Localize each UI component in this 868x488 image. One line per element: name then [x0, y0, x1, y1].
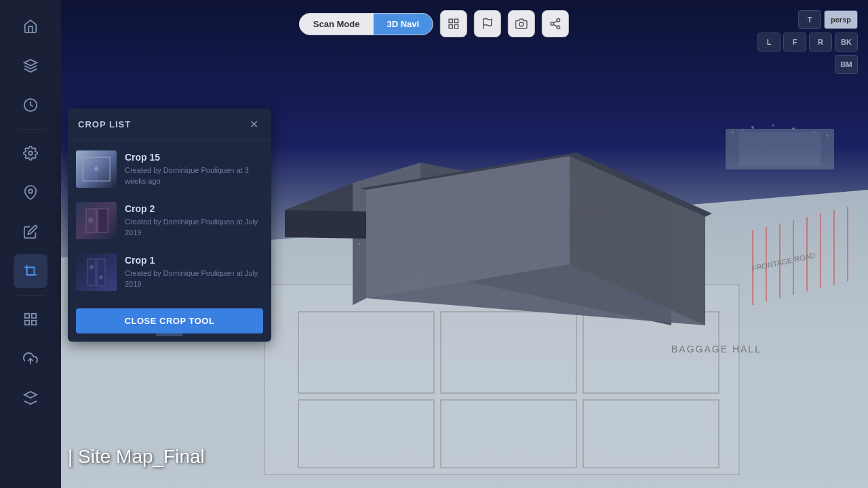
- crop-15-info: Crop 15 Created by Dominique Pouliquen a…: [125, 152, 263, 186]
- top-toolbar: Scan Mode 3D Navi: [299, 10, 569, 37]
- svg-point-19: [288, 267, 289, 268]
- svg-point-20: [298, 260, 300, 262]
- persp-view-button[interactable]: persp: [824, 10, 858, 29]
- svg-line-74: [554, 21, 557, 23]
- crop-1-info: Crop 1 Created by Dominique Pouliquen at…: [125, 255, 263, 289]
- back-view-button[interactable]: BK: [835, 33, 858, 52]
- sidebar-item-settings[interactable]: [14, 136, 47, 170]
- svg-rect-81: [87, 259, 96, 285]
- sidebar-item-history[interactable]: [14, 88, 47, 122]
- svg-point-56: [28, 189, 33, 193]
- front-view-button[interactable]: F: [783, 33, 806, 52]
- svg-rect-57: [27, 268, 35, 275]
- site-name: | Site Map_Final: [68, 446, 205, 468]
- crop-list-item[interactable]: Crop 2 Created by Dominique Pouliquen at…: [68, 195, 271, 247]
- crop-panel-close-button[interactable]: ✕: [246, 117, 261, 131]
- camera-button[interactable]: [508, 10, 535, 37]
- sidebar-item-crop[interactable]: [14, 254, 47, 288]
- svg-rect-65: [455, 19, 458, 22]
- svg-rect-61: [32, 321, 36, 325]
- svg-point-28: [711, 230, 713, 232]
- svg-text:BAGGAGE HALL: BAGGAGE HALL: [671, 344, 762, 354]
- crop-thumbnail-1: [76, 253, 117, 291]
- svg-point-70: [557, 19, 560, 22]
- svg-point-26: [345, 247, 347, 248]
- top-view-button[interactable]: T: [798, 10, 821, 29]
- svg-point-27: [359, 243, 360, 245]
- sidebar-item-edit[interactable]: [14, 215, 47, 249]
- view-controls-top-row: T persp: [798, 10, 858, 29]
- svg-line-73: [554, 24, 557, 26]
- navi-mode-button[interactable]: 3D Navi: [373, 14, 433, 35]
- svg-point-46: [731, 131, 734, 134]
- share-button[interactable]: [542, 10, 569, 37]
- svg-rect-45: [739, 132, 821, 166]
- sidebar: [0, 0, 61, 488]
- svg-point-52: [826, 134, 829, 137]
- svg-rect-59: [32, 314, 36, 318]
- svg-point-51: [813, 131, 815, 134]
- sidebar-item-upload[interactable]: [14, 342, 47, 375]
- crop-1-name: Crop 1: [125, 255, 263, 266]
- sidebar-divider-2: [17, 295, 44, 296]
- crop-list-item[interactable]: Crop 15 Created by Dominique Pouliquen a…: [68, 144, 271, 195]
- svg-point-47: [742, 129, 744, 131]
- svg-point-31: [718, 250, 719, 251]
- svg-point-25: [332, 250, 334, 252]
- crop-panel-header: CROP LIST ✕: [68, 108, 271, 140]
- svg-point-71: [551, 22, 554, 26]
- svg-point-29: [722, 237, 723, 238]
- svg-point-33: [738, 240, 741, 242]
- svg-point-50: [792, 127, 795, 130]
- view-controls: T persp L F R BK BM: [757, 10, 858, 74]
- crop-list: Crop 15 Created by Dominique Pouliquen a…: [68, 140, 271, 302]
- mode-toggle[interactable]: Scan Mode 3D Navi: [299, 13, 433, 35]
- svg-point-32: [732, 233, 733, 235]
- left-view-button[interactable]: L: [757, 33, 781, 52]
- svg-point-30: [728, 243, 730, 245]
- sidebar-item-layers[interactable]: [14, 49, 47, 83]
- crop-2-meta: Created by Dominique Pouliquen at July 2…: [125, 217, 263, 238]
- crop-list-item[interactable]: Crop 1 Created by Dominique Pouliquen at…: [68, 247, 271, 298]
- svg-rect-60: [25, 321, 29, 325]
- view-controls-middle-row: L F R BK: [757, 33, 858, 52]
- svg-rect-79: [98, 209, 108, 232]
- svg-point-72: [557, 26, 560, 29]
- svg-point-48: [751, 126, 754, 129]
- close-crop-tool-button[interactable]: CLOSE CROP TOOL: [76, 308, 263, 333]
- svg-point-22: [311, 253, 313, 255]
- svg-point-80: [88, 218, 94, 223]
- svg-point-49: [772, 125, 774, 127]
- svg-rect-64: [449, 19, 452, 22]
- crop-2-name: Crop 2: [125, 203, 263, 214]
- svg-point-83: [90, 265, 94, 269]
- sidebar-item-home[interactable]: [14, 9, 47, 43]
- right-view-button[interactable]: R: [809, 33, 832, 52]
- scroll-indicator: [156, 333, 183, 336]
- svg-point-77: [94, 167, 98, 171]
- svg-rect-66: [449, 25, 452, 28]
- crop-panel-title: CROP LIST: [78, 119, 131, 129]
- crop-2-info: Crop 2 Created by Dominique Pouliquen at…: [125, 203, 263, 238]
- crop-panel: CROP LIST ✕ Crop 15 Created by Dominique…: [68, 108, 271, 342]
- svg-point-69: [519, 22, 524, 26]
- svg-rect-67: [455, 25, 458, 28]
- grid-view-button[interactable]: [440, 10, 467, 37]
- svg-marker-63: [24, 392, 37, 398]
- bottom-view-button[interactable]: BM: [835, 55, 858, 74]
- flag-button[interactable]: [474, 10, 501, 37]
- svg-point-55: [28, 151, 33, 155]
- crop-1-meta: Created by Dominique Pouliquen at July 2…: [125, 268, 263, 289]
- crop-thumbnail-15: [76, 150, 117, 188]
- scan-mode-button[interactable]: Scan Mode: [300, 14, 374, 35]
- svg-point-18: [277, 264, 279, 266]
- sidebar-divider-1: [17, 129, 44, 129]
- sidebar-item-grid[interactable]: [14, 302, 47, 336]
- sidebar-item-location[interactable]: [14, 176, 47, 209]
- svg-rect-58: [25, 314, 29, 318]
- crop-thumbnail-2: [76, 202, 117, 239]
- crop-15-name: Crop 15: [125, 152, 263, 163]
- view-controls-bottom-row: BM: [835, 55, 858, 74]
- sidebar-item-stack[interactable]: [14, 381, 47, 415]
- crop-15-meta: Created by Dominique Pouliquen at 3 week…: [125, 165, 263, 186]
